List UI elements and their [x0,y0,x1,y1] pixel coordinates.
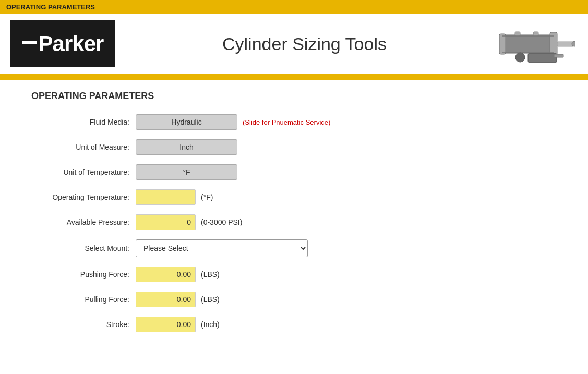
unit-of-measure-row: Unit of Measure: Inch [31,139,557,155]
fluid-media-row: Fluid Media: Hydraulic (Slide for Pnuema… [31,114,557,130]
title-bar: OPERATING PARAMETERS [0,0,588,14]
stroke-input[interactable] [136,317,196,332]
stroke-label: Stroke: [31,320,136,329]
operating-temperature-row: Operating Temperature: (°F) [31,189,557,205]
pushing-force-input[interactable] [136,267,196,282]
pushing-force-unit: (LBS) [201,270,220,279]
app-title: Cylinder Sizing Tools [115,34,494,54]
select-mount-dropdown[interactable]: Please Select Flange Mount Trunnion Moun… [136,239,308,257]
pushing-force-row: Pushing Force: (LBS) [31,267,557,282]
pulling-force-label: Pulling Force: [31,295,136,304]
logo-text: Parker [22,31,104,56]
unit-of-measure-label: Unit of Measure: [31,143,136,151]
select-mount-row: Select Mount: Please Select Flange Mount… [31,239,557,257]
operating-temperature-label: Operating Temperature: [31,193,136,201]
pulling-force-input[interactable] [136,292,196,307]
available-pressure-label: Available Pressure: [31,218,136,226]
unit-of-temperature-label: Unit of Temperature: [31,168,136,176]
fluid-media-label: Fluid Media: [31,118,136,126]
main-content: OPERATING PARAMETERS Fluid Media: Hydrau… [0,80,588,352]
available-pressure-row: Available Pressure: (0-3000 PSI) [31,214,557,230]
title-bar-label: OPERATING PARAMETERS [6,3,95,11]
svg-rect-0 [502,35,554,53]
svg-rect-10 [554,54,563,57]
pulling-force-row: Pulling Force: (LBS) [31,292,557,307]
svg-point-11 [515,53,525,62]
available-pressure-input[interactable] [136,214,196,230]
cylinder-svg-icon [497,25,575,64]
unit-of-temperature-row: Unit of Temperature: °F [31,164,557,180]
cylinder-image [494,23,578,65]
unit-of-measure-toggle[interactable]: Inch [136,139,237,155]
operating-temperature-input[interactable] [136,189,196,205]
fluid-media-toggle[interactable]: Hydraulic [136,114,237,130]
stroke-row: Stroke: (Inch) [31,317,557,332]
parker-logo: Parker [10,20,115,67]
unit-of-temperature-toggle[interactable]: °F [136,164,237,180]
operating-temperature-unit: (°F) [201,193,213,201]
svg-rect-3 [557,42,574,46]
select-mount-label: Select Mount: [31,244,136,252]
svg-rect-5 [515,32,520,36]
available-pressure-unit: (0-3000 PSI) [201,218,242,226]
svg-rect-1 [499,34,506,54]
pulling-force-unit: (LBS) [201,295,220,304]
slide-hint: (Slide for Pnuematic Service) [243,118,330,126]
svg-point-4 [572,41,575,46]
stroke-unit: (Inch) [201,320,220,329]
header: Parker Cylinder Sizing Tools [0,14,588,74]
svg-rect-6 [533,32,538,36]
section-title: OPERATING PARAMETERS [31,91,557,102]
logo-dash-icon [22,41,37,44]
pushing-force-label: Pushing Force: [31,270,136,279]
gold-bar [0,74,588,80]
svg-rect-9 [528,53,557,63]
